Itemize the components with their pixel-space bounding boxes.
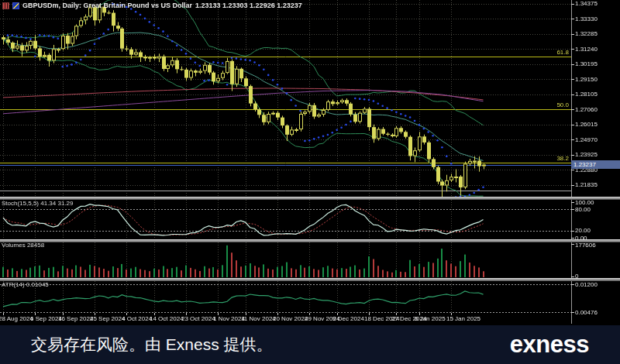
- stoch-label: Stoch(15,5,5) 41.34 31.29: [2, 200, 74, 207]
- price-chart-canvas[interactable]: [0, 0, 620, 325]
- panel-separator-stoch[interactable]: [0, 197, 620, 200]
- exness-logo: exness: [510, 331, 589, 359]
- quotes-icon: [2, 2, 9, 9]
- trading-terminal-screen: GBPUSDm, Daily: Great Britain Pound vs U…: [0, 0, 620, 364]
- chart-symbol-icon: [12, 2, 19, 9]
- last-price-badge: 1.23237: [571, 160, 620, 169]
- volumes-label: Volumes 28458: [2, 242, 44, 249]
- chart-title: GBPUSDm, Daily: Great Britain Pound vs U…: [22, 2, 192, 9]
- chart-header: GBPUSDm, Daily: Great Britain Pound vs U…: [2, 2, 302, 9]
- chart-ohlc-values: 1.23133 1.23303 1.22926 1.23237: [195, 2, 302, 9]
- atr-label: ATR(14) 0.01045: [2, 281, 49, 288]
- panel-separator-atr[interactable]: [0, 278, 620, 281]
- exness-footer: 交易存在风险。由 Exness 提供。 exness: [0, 325, 620, 364]
- panel-separator-volumes[interactable]: [0, 239, 620, 242]
- risk-disclaimer-text: 交易存在风险。由 Exness 提供。: [31, 334, 273, 355]
